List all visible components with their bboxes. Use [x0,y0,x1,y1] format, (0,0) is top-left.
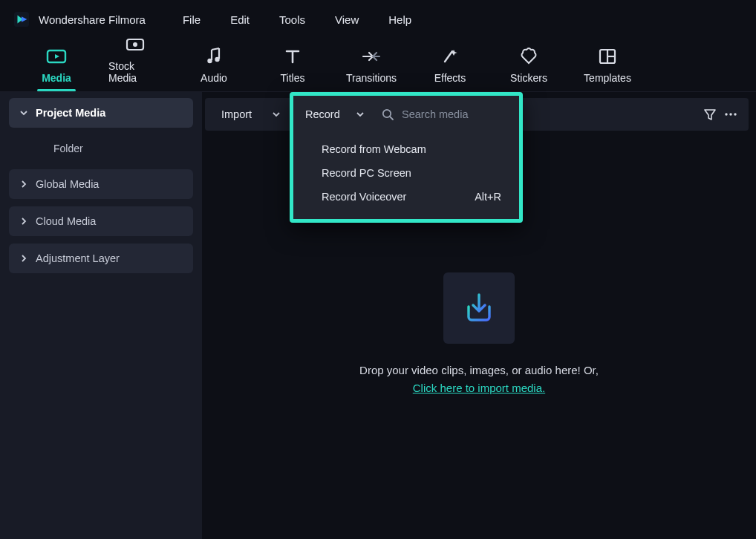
tab-audio-label: Audio [201,72,227,84]
tab-transitions[interactable]: Transitions [345,45,398,91]
app-title: Wondershare Filmora [39,13,146,26]
chevron-down-icon [356,110,365,119]
media-sidebar: Project Media Folder Global Media Cloud … [0,92,202,539]
svg-point-12 [734,113,736,115]
filter-icon [703,107,717,122]
drop-zone-text: Drop your video clips, images, or audio … [359,362,599,397]
record-menu-voiceover[interactable]: Record Voiceover Alt+R [293,185,519,209]
chevron-right-icon [19,217,28,226]
app-logo-icon [13,11,30,27]
menubar: File Edit Tools View Help [183,13,411,26]
record-dropdown-menu: Record Record from Webcam Recor [290,92,523,223]
tab-templates[interactable]: Templates [581,45,634,91]
tab-media[interactable]: Media [30,45,83,91]
sidebar-item-folder[interactable]: Folder [9,135,193,162]
tab-audio[interactable]: Audio [187,45,241,91]
sidebar-item-label: Adjustment Layer [36,252,120,264]
tab-stickers[interactable]: Stickers [502,45,555,91]
chevron-down-icon [272,110,281,119]
svg-point-6 [215,57,219,62]
sidebar-item-cloud-media[interactable]: Cloud Media [9,206,193,236]
svg-line-14 [390,117,393,120]
tab-titles[interactable]: Titles [266,45,319,91]
sidebar-item-label: Global Media [36,178,99,190]
tab-effects-label: Effects [434,72,466,84]
svg-point-5 [207,59,212,63]
import-link[interactable]: Click here to import media. [413,382,545,394]
search-icon [381,108,394,121]
effects-icon [440,45,460,68]
transitions-icon [360,45,382,68]
record-dropdown[interactable]: Record [296,102,374,126]
tab-effects[interactable]: Effects [423,45,477,91]
download-icon [460,289,498,327]
tab-templates-label: Templates [584,72,631,84]
chevron-right-icon [19,180,28,189]
record-menu-pc-screen[interactable]: Record PC Screen [293,161,519,185]
menu-tools[interactable]: Tools [279,13,305,26]
menu-view[interactable]: View [335,13,359,26]
chevron-right-icon [19,254,28,263]
tab-stock-media[interactable]: Stock Media [108,33,162,91]
tab-stickers-label: Stickers [510,72,547,84]
svg-point-11 [729,113,731,115]
more-horizontal-icon [723,107,738,122]
record-menu-item-label: Record from Webcam [322,143,426,155]
sidebar-item-global-media[interactable]: Global Media [9,169,193,199]
record-menu-item-shortcut: Alt+R [475,191,501,203]
audio-icon [205,45,223,68]
sidebar-item-project-media[interactable]: Project Media [9,98,193,128]
stickers-icon [519,45,538,68]
templates-icon [598,45,617,68]
tab-titles-label: Titles [281,72,305,84]
svg-marker-2 [55,54,59,59]
content-area: Import Record [202,92,756,539]
record-menu-webcam[interactable]: Record from Webcam [293,137,519,161]
sidebar-item-label: Folder [53,143,83,154]
chevron-down-icon [19,108,28,117]
tab-media-label: Media [42,72,71,84]
record-menu-item-label: Record PC Screen [322,167,411,179]
search-box[interactable] [374,102,513,126]
svg-point-10 [725,113,727,115]
record-menu-item-label: Record Voiceover [322,191,406,203]
sidebar-item-adjustment-layer[interactable]: Adjustment Layer [9,244,193,273]
sidebar-item-label: Cloud Media [36,215,96,227]
search-input[interactable] [402,108,506,120]
main-toolbar: Media Stock Media Audio Titles Transitio [0,42,756,92]
stock-media-icon [125,33,146,56]
sidebar-item-label: Project Media [36,107,105,119]
media-icon [46,45,67,68]
import-label: Import [221,108,252,120]
menu-help[interactable]: Help [388,13,411,26]
titles-icon [284,45,302,68]
svg-point-4 [133,42,137,47]
import-tile[interactable] [443,272,515,344]
record-label: Record [305,108,340,120]
drop-text-line1: Drop your video clips, images, or audio … [359,364,599,376]
menu-file[interactable]: File [183,13,201,26]
filter-button[interactable] [700,104,720,125]
import-dropdown[interactable]: Import [212,102,290,126]
tab-transitions-label: Transitions [346,72,397,84]
more-options-button[interactable] [720,104,741,125]
tab-stock-media-label: Stock Media [108,60,162,84]
menu-edit[interactable]: Edit [230,13,250,26]
